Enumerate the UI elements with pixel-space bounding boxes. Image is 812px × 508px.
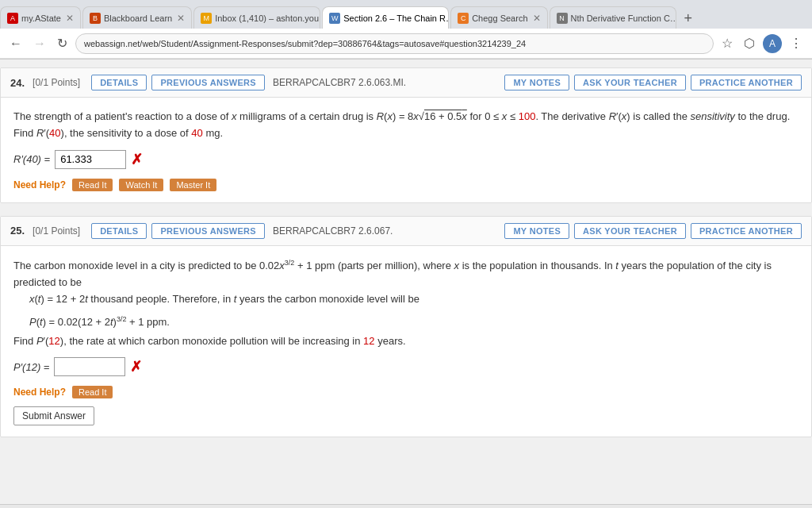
question-24-card: 24. [0/1 Points] DETAILS PREVIOUS ANSWER… — [0, 67, 812, 203]
tab-myastate[interactable]: A my.AState ✕ — [0, 6, 81, 29]
question-24-points: [0/1 Points] — [33, 77, 80, 88]
practice-another-button-24[interactable]: PRACTICE ANOTHER — [691, 75, 802, 90]
question-24-body: The strength of a patient's reaction to … — [1, 98, 811, 202]
question-24-number: 24. — [10, 77, 25, 89]
need-help-row-25: Need Help? Read It — [13, 386, 799, 398]
new-tab-button[interactable]: + — [681, 9, 696, 29]
question-24-answer-row: R′(40) = ✗ — [13, 150, 799, 169]
question-25-number: 25. — [10, 225, 25, 237]
wrong-icon-24[interactable]: ✗ — [131, 151, 143, 168]
need-help-row-24: Need Help? Read It Watch It Master It — [13, 179, 799, 191]
wrong-icon-25[interactable]: ✗ — [130, 358, 142, 375]
answer-label-25: P′(12) = — [13, 361, 49, 373]
tab-blackboard[interactable]: B Blackboard Learn ✕ — [82, 6, 192, 29]
question-24-header: 24. [0/1 Points] DETAILS PREVIOUS ANSWER… — [1, 68, 811, 98]
ask-teacher-button-25[interactable]: ASK YOUR TEACHER — [574, 223, 686, 239]
details-button-24[interactable]: DETAILS — [91, 75, 147, 90]
submit-answer-button[interactable]: Submit Answer — [13, 406, 94, 425]
question-25-card: 25. [0/1 Points] DETAILS PREVIOUS ANSWER… — [0, 216, 812, 438]
forward-button[interactable]: → — [30, 35, 49, 52]
right-buttons-24: MY NOTES ASK YOUR TEACHER PRACTICE ANOTH… — [504, 75, 802, 90]
prev-answers-button-24[interactable]: PREVIOUS ANSWERS — [151, 75, 265, 90]
tab-close-icon[interactable]: ✕ — [61, 13, 74, 24]
page-content: 24. [0/1 Points] DETAILS PREVIOUS ANSWER… — [0, 60, 812, 504]
extension-button[interactable]: ⬡ — [741, 34, 758, 52]
question-24-text: The strength of a patient's reaction to … — [13, 109, 799, 142]
answer-label-24: R′(40) = — [13, 153, 50, 165]
answer-input-24[interactable] — [55, 150, 126, 169]
read-it-btn-25[interactable]: Read It — [72, 386, 113, 398]
bottom-section: Submit Assignment Save Assignment Progre… — [0, 504, 812, 508]
formula-block-25: P(t) = 0.02(12 + 2t)3/2 + 1 ppm. — [29, 315, 799, 328]
need-help-label-24: Need Help? — [13, 179, 66, 190]
tab-section26[interactable]: W Section 2.6 – The Chain R… ✕ — [322, 6, 449, 29]
my-notes-button-25[interactable]: MY NOTES — [504, 223, 569, 239]
read-it-btn-24[interactable]: Read It — [72, 179, 113, 191]
tab-close-icon[interactable]: ✕ — [172, 13, 185, 24]
back-button[interactable]: ← — [6, 35, 25, 52]
question-25-body: The carbon monoxide level in a city is p… — [1, 246, 811, 437]
tab-close-icon[interactable]: ✕ — [528, 13, 541, 24]
question-25-header: 25. [0/1 Points] DETAILS PREVIOUS ANSWER… — [1, 217, 811, 246]
right-buttons-25: MY NOTES ASK YOUR TEACHER PRACTICE ANOTH… — [504, 223, 802, 239]
answer-input-25[interactable] — [54, 357, 125, 376]
question-25-answer-row: P′(12) = ✗ — [13, 357, 799, 376]
browser-chrome: A my.AState ✕ B Blackboard Learn ✕ M Inb… — [0, 0, 812, 60]
address-bar[interactable] — [75, 33, 714, 54]
tab-chegg[interactable]: C Chegg Search ✕ — [450, 6, 547, 29]
prev-answers-button-25[interactable]: PREVIOUS ANSWERS — [151, 223, 265, 239]
bookmark-button[interactable]: ☆ — [718, 34, 736, 52]
tab-inbox[interactable]: M Inbox (1,410) – ashton.you… ✕ — [193, 6, 320, 29]
question-25-find-text: Find P′(12), the rate at which carbon mo… — [13, 333, 799, 350]
tab-bar: A my.AState ✕ B Blackboard Learn ✕ M Inb… — [0, 0, 812, 29]
menu-button[interactable]: ⋮ — [787, 34, 806, 52]
problem-id-25: BERRAPCALCBR7 2.6.067. — [273, 225, 393, 237]
question-25-text: The carbon monoxide level in a city is p… — [13, 257, 799, 308]
reload-button[interactable]: ↻ — [54, 34, 71, 52]
submit-answer-section: Submit Answer — [13, 398, 799, 425]
nav-bar: ← → ↻ ☆ ⬡ A ⋮ — [0, 29, 812, 59]
watch-it-btn-24[interactable]: Watch It — [119, 179, 163, 191]
need-help-label-25: Need Help? — [13, 387, 66, 398]
tab-nth[interactable]: N Nth Derivative Function C… ✕ — [550, 6, 676, 29]
question-25-points: [0/1 Points] — [33, 225, 80, 237]
details-button-25[interactable]: DETAILS — [91, 223, 147, 239]
profile-button[interactable]: A — [763, 34, 782, 53]
ask-teacher-button-24[interactable]: ASK YOUR TEACHER — [574, 75, 686, 90]
my-notes-button-24[interactable]: MY NOTES — [504, 75, 569, 90]
problem-id-24: BERRAPCALCBR7 2.6.063.MI. — [273, 77, 406, 88]
practice-another-button-25[interactable]: PRACTICE ANOTHER — [691, 223, 802, 239]
master-it-btn-24[interactable]: Master It — [170, 179, 216, 191]
